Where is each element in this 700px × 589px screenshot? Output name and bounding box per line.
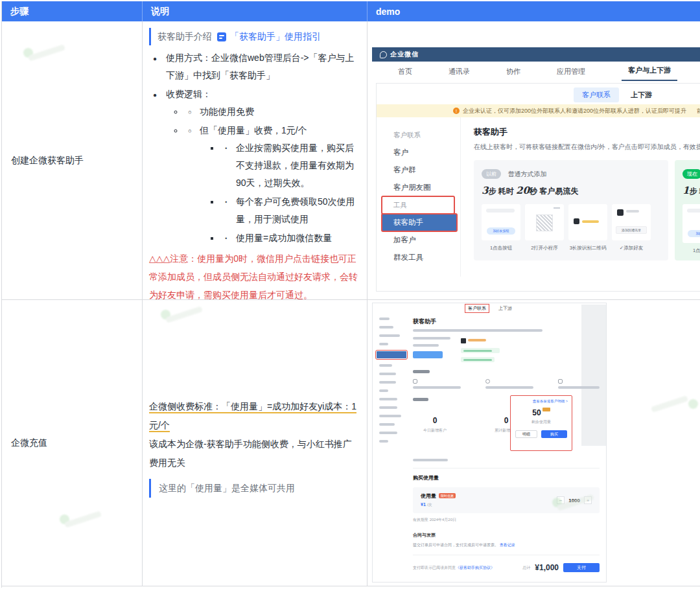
pay-button[interactable]: 支付: [563, 563, 600, 572]
assistant-desc: 在线上获客时，可将获客链接配置在微信内/外，客户点击即可添加成员，有效提升获客转…: [474, 143, 700, 152]
buy-button[interactable]: 购买: [541, 430, 567, 438]
mockup-click-link: 加好友按钮: [682, 204, 700, 243]
usage-guide-link[interactable]: 「获客助手」使用指引: [230, 28, 321, 45]
usage-definition-text: 使用量=成功加微信数量: [236, 233, 332, 243]
total-amount: ¥1,000: [535, 563, 559, 572]
sidebar-skeleton-item: [379, 389, 388, 392]
step-caption: ✓添加好友: [612, 245, 651, 251]
sidebar-item-add-customer[interactable]: 加客户: [377, 231, 460, 249]
green-tag: [461, 357, 495, 362]
now-badge: 现在: [682, 169, 700, 179]
feature-icon: [413, 379, 417, 384]
banner-tail: 前: [697, 107, 700, 115]
mini-main: 获客助手: [406, 314, 607, 582]
sidebar-skeleton-item: [379, 381, 396, 384]
sidebar-skeleton-item: [379, 318, 390, 320]
sidebar-skeleton-item: [379, 343, 388, 345]
pricing-standard-text: 企微侧收费标准：「使用量」=成功加好友yi成本：1元/个: [149, 397, 359, 435]
tab-upstream[interactable]: 上下游: [631, 90, 652, 100]
free-quota-text: 每个客户可免费领取50次使用量，用于测试使用: [236, 196, 355, 224]
document-icon: [217, 32, 226, 41]
plus-button[interactable]: +: [584, 496, 592, 504]
mockup-add-contact: 添加到通讯录: [612, 204, 651, 240]
wecom-main: 获客助手 在线上获客时，可将获客链接配置在微信内/外，客户点击即可添加成员，有效…: [461, 117, 700, 277]
sidebar-item-acquisition-assistant-active[interactable]: 获客助手: [382, 214, 457, 231]
create-link-button[interactable]: [413, 351, 443, 358]
sidebar-item-acquisition-assistant-active[interactable]: [377, 351, 406, 358]
sidebar-skeleton-item: [379, 398, 397, 400]
detail-button[interactable]: 明细: [515, 430, 537, 438]
sidebar-item-customer[interactable]: 客户: [377, 144, 460, 161]
before-badge: 以前: [482, 169, 501, 179]
purchase-agreement-link[interactable]: 《获客助手购买协议》: [456, 566, 495, 570]
wecom-sidebar: 客户联系 客户 客户群 客户朋友圈 工具 获客助手 加客户 群发工具: [377, 117, 461, 277]
total-label: 总计: [522, 565, 530, 571]
invoice-note: 提交订单后可申请合同，支付完成后可申请发票。 查看记录: [413, 542, 600, 548]
step-label: 企微充值: [11, 437, 47, 449]
alert-icon: !: [453, 108, 460, 114]
sidebar-skeleton-item: [379, 406, 397, 409]
agreement-text: 支付即表示已阅读并同意《获客助手购买协议》: [413, 565, 495, 571]
desc-cell-row1: 获客助手介绍 「获客助手」使用指引 ● 使用方式：企业微信web管理后台->「客…: [143, 21, 368, 300]
sidebar-item-groups[interactable]: 客户群: [377, 161, 460, 179]
overview-section: 0 今日新增客户 0 累计新增客户 查看各渠道客户明细 > 50: [413, 398, 600, 452]
sidebar-skeleton-item: [379, 415, 401, 417]
list-item: ▪ 企业按需购买使用量，购买后不支持退款，使用量有效期为90天，过期失效。: [220, 139, 360, 192]
usage-fee-text: 但「使用量」收费，1元/个: [200, 125, 307, 135]
url-pill: [687, 209, 700, 213]
mockup-scan-qr: [568, 204, 607, 240]
mockup-click-button: 加好友按钮: [482, 204, 520, 240]
list-item: ● 使用方式：企业微信web管理后台->「客户与上下游」中找到「获客助手」: [149, 49, 360, 84]
invoice-title: 合同与发票: [413, 532, 600, 538]
column-header-desc: 说明: [143, 1, 368, 21]
verify-banner: ! 企业未认证，仅可添加200位外部联系人和邀请200位外部联系人进群，认证后即…: [377, 104, 700, 117]
feature-icon: [558, 379, 563, 384]
add-friend-button: 加好友按钮: [688, 230, 700, 237]
intro-quote-block: 获客助手介绍 「获客助手」使用指引: [149, 28, 360, 45]
wecom-panel: 客户联系 上下游 ! 企业未认证，仅可添加200位外部联系人和邀请200位外部联…: [376, 83, 700, 292]
panel-tabs: 客户联系 上下游: [373, 303, 606, 314]
cost-note-text: 该成本为企微-获客助手功能侧收费，与小红书推广费用无关: [149, 435, 359, 472]
more-skeleton: [413, 459, 448, 461]
usage-scenes-section: [413, 370, 600, 389]
sidebar-section-tools-annotated: 工具: [382, 196, 454, 214]
sidebar-item-moments[interactable]: 客户朋友圈: [377, 179, 460, 196]
nav-item-home[interactable]: 首页: [398, 67, 412, 76]
step-caption: 1点击按钮: [682, 248, 700, 254]
tab-customer-contact-annotated[interactable]: 客户联系: [465, 304, 489, 313]
desc-cell-row2: 企微侧收费标准：「使用量」=成功加好友yi成本：1元/个 该成本为企微-获客助手…: [143, 300, 368, 586]
nav-item-collab[interactable]: 协作: [506, 67, 520, 76]
step-caption: 1点击按钮: [482, 245, 520, 251]
channel-detail-link[interactable]: 查看各渠道客户明细 >: [515, 399, 568, 404]
purchase-policy-text: 企业按需购买使用量，购买后不支持退款，使用量有效期为90天，过期失效。: [236, 143, 354, 188]
banner-text: 企业未认证，仅可添加200位外部联系人和邀请200位外部联系人进群，认证后即可提…: [463, 107, 686, 115]
list-item: ▪ 每个客户可免费领取50次使用量，用于测试使用: [220, 193, 360, 228]
old-way-stat: 3步 耗时 20秒 客户易流失: [482, 185, 662, 197]
quantity-value[interactable]: 1000: [568, 498, 580, 503]
list-item: ○ 功能使用免费: [184, 103, 360, 121]
tab-upstream[interactable]: 上下游: [498, 305, 512, 312]
promo-badge: 限时优惠: [439, 493, 456, 498]
steps-table: 步骤 说明 demo 创建企微获客助手 获客助手介绍 「获客助手」使用指引 ● …: [1, 1, 700, 588]
product-name: 使用量: [421, 493, 436, 499]
sidebar-skeleton-item: [379, 423, 395, 426]
desc-skeleton: [413, 329, 542, 332]
assistant-title: 获客助手: [413, 318, 600, 326]
nav-item-customers[interactable]: 客户与上下游: [622, 62, 677, 81]
mini-sidebar: [373, 314, 406, 582]
nav-item-apps[interactable]: 应用管理: [557, 67, 585, 76]
new-way-stat: 1步 耗时 1秒 获客: [682, 185, 700, 197]
old-way-card: 以前 普通方式添加 3步 耗时 20秒 客户易流失 加好友按钮: [474, 160, 668, 260]
tab-customer-contact[interactable]: 客户联系: [574, 87, 619, 102]
sidebar-section-customer: 客户联系: [377, 126, 460, 144]
feature-icon: [485, 379, 490, 384]
warning-text: △△△注意：使用量为0时，微信用户点击链接也可正常添加成员，但成员侧无法自动通过…: [149, 249, 360, 300]
add-friend-button: 加好友按钮: [487, 227, 515, 235]
step-cell-recharge: 企微充值: [2, 300, 143, 586]
sidebar-skeleton-item: [379, 373, 396, 375]
minus-button[interactable]: −: [557, 496, 565, 504]
view-records-link[interactable]: 查看记录: [500, 543, 515, 547]
nav-item-contacts[interactable]: 通讯录: [449, 67, 470, 76]
link-card: [413, 337, 600, 362]
sidebar-item-mass-send[interactable]: 群发工具: [377, 249, 460, 266]
